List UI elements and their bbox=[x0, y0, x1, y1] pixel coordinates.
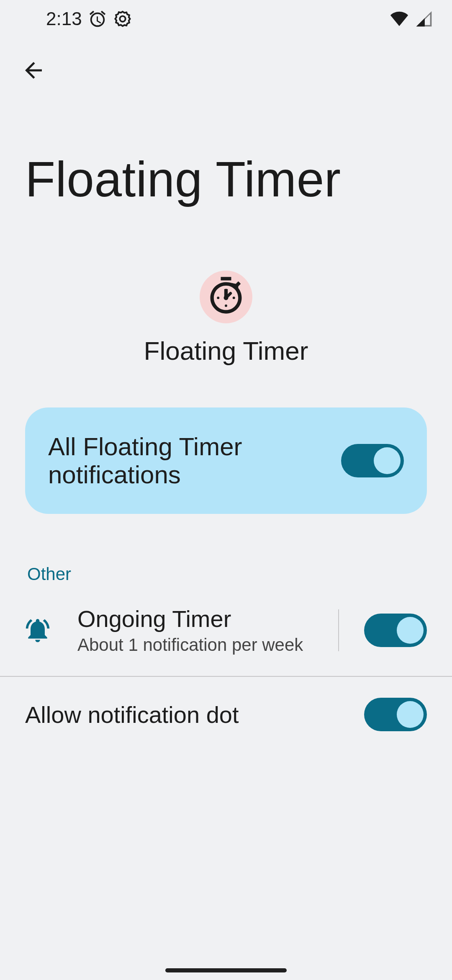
notification-dot-label: Allow notification dot bbox=[25, 701, 239, 728]
notification-dot-switch[interactable] bbox=[364, 698, 427, 731]
gear-icon bbox=[113, 9, 132, 28]
section-header-other: Other bbox=[0, 514, 452, 584]
master-toggle-switch[interactable] bbox=[341, 444, 404, 477]
switch-thumb bbox=[374, 447, 401, 474]
vertical-divider bbox=[338, 609, 339, 651]
channel-toggle-switch[interactable] bbox=[364, 614, 427, 647]
channel-text: Ongoing Timer About 1 notification per w… bbox=[77, 605, 313, 655]
svg-point-2 bbox=[233, 297, 235, 299]
page-title: Floating Timer bbox=[0, 105, 452, 224]
svg-point-3 bbox=[225, 304, 227, 307]
switch-thumb bbox=[397, 617, 424, 644]
status-time: 2:13 bbox=[46, 8, 82, 29]
wifi-icon bbox=[390, 10, 409, 27]
cellular-icon bbox=[415, 10, 433, 28]
svg-point-1 bbox=[217, 297, 219, 299]
app-icon bbox=[200, 271, 252, 323]
master-toggle-label: All Floating Timer notifications bbox=[48, 433, 308, 489]
status-bar: 2:13 bbox=[0, 0, 452, 38]
channel-row-ongoing-timer[interactable]: Ongoing Timer About 1 notification per w… bbox=[0, 584, 452, 676]
allow-notification-dot-row[interactable]: Allow notification dot bbox=[0, 677, 452, 752]
app-bar bbox=[0, 38, 452, 105]
stopwatch-icon bbox=[205, 275, 247, 319]
channel-title: Ongoing Timer bbox=[77, 605, 313, 632]
app-header: Floating Timer bbox=[0, 224, 452, 366]
status-right bbox=[390, 10, 433, 28]
alarm-icon bbox=[88, 9, 107, 28]
channel-subtitle: About 1 notification per week bbox=[77, 635, 313, 655]
svg-point-4 bbox=[225, 289, 227, 291]
app-name-label: Floating Timer bbox=[144, 336, 308, 366]
switch-thumb bbox=[397, 701, 424, 728]
notification-bell-icon bbox=[23, 616, 52, 645]
status-left: 2:13 bbox=[46, 8, 132, 29]
back-arrow-icon[interactable] bbox=[21, 58, 46, 85]
navigation-handle[interactable] bbox=[165, 968, 287, 972]
master-notifications-toggle[interactable]: All Floating Timer notifications bbox=[25, 407, 427, 514]
